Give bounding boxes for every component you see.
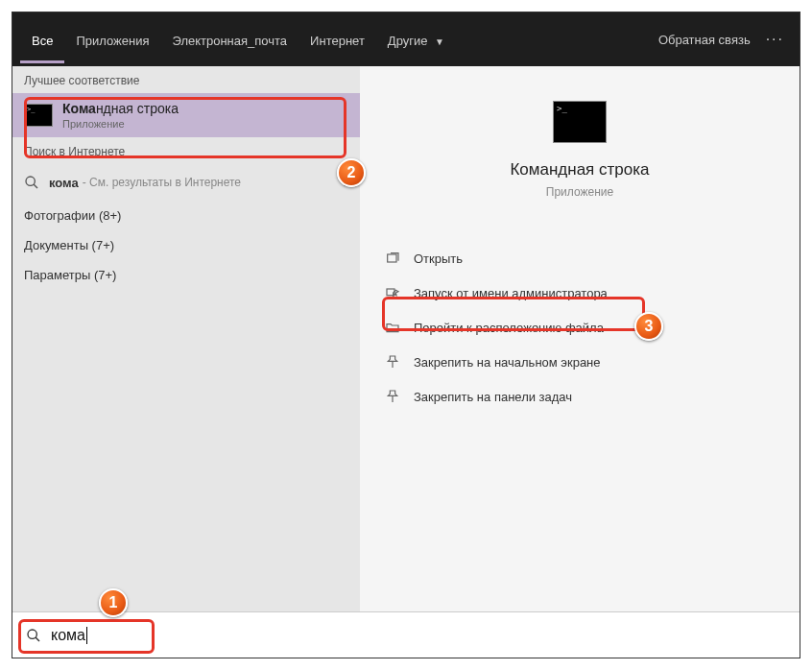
best-match-header: Лучшее соответствие — [12, 66, 360, 93]
svg-rect-2 — [388, 254, 396, 262]
search-bar[interactable]: кома — [12, 611, 800, 658]
web-search-item[interactable]: кома - См. результаты в Интернете › — [12, 164, 360, 201]
best-match-item[interactable]: Командная строка Приложение — [12, 93, 360, 137]
preview-app-icon — [553, 101, 607, 143]
action-label: Открыть — [414, 251, 463, 266]
web-search-header: Поиск в Интернете — [12, 137, 360, 164]
header-tabs: Все Приложения Электронная_почта Интерне… — [12, 12, 800, 66]
action-open[interactable]: Открыть — [371, 241, 788, 275]
tab-apps[interactable]: Приложения — [64, 16, 160, 63]
preview-subtitle: Приложение — [371, 185, 788, 199]
action-label: Закрепить на панели задач — [414, 390, 572, 404]
preview-title: Командная строка — [371, 160, 788, 179]
action-pin-start[interactable]: Закрепить на начальном экране — [371, 345, 788, 379]
search-window: Все Приложения Электронная_почта Интерне… — [12, 12, 800, 658]
pin-icon — [383, 354, 402, 370]
more-menu-button[interactable]: ··· — [758, 31, 792, 48]
results-pane: Лучшее соответствие Командная строка При… — [12, 66, 360, 613]
chevron-right-icon: › — [344, 174, 348, 191]
category-documents[interactable]: Документы (7+) — [12, 230, 360, 260]
tab-all[interactable]: Все — [20, 16, 64, 63]
search-icon — [26, 628, 41, 643]
web-query-hint: - См. результаты в Интернете — [83, 176, 241, 189]
search-icon — [24, 175, 39, 190]
best-match-title: Командная строка — [62, 101, 179, 116]
tab-other-label: Другие — [388, 34, 428, 48]
chevron-down-icon: ▼ — [435, 36, 444, 47]
action-list: Открыть Запуск от имени администратора П… — [371, 241, 788, 414]
action-label: Закрепить на начальном экране — [414, 355, 601, 370]
feedback-link[interactable]: Обратная связь — [651, 33, 758, 47]
open-icon — [383, 251, 402, 266]
action-open-location[interactable]: Перейти к расположению файла — [371, 310, 788, 345]
svg-line-1 — [34, 184, 37, 188]
category-settings[interactable]: Параметры (7+) — [12, 260, 360, 290]
tab-other[interactable]: Другие ▼ — [376, 16, 456, 63]
tab-internet[interactable]: Интернет — [299, 16, 376, 63]
search-input-value: кома — [51, 627, 85, 644]
pin-taskbar-icon — [383, 389, 402, 404]
action-label: Перейти к расположению файла — [414, 321, 604, 335]
folder-icon — [383, 320, 402, 335]
shield-icon — [383, 285, 402, 300]
text-cursor — [86, 627, 87, 644]
tab-email[interactable]: Электронная_почта — [160, 16, 299, 63]
best-match-subtitle: Приложение — [62, 118, 179, 130]
svg-line-5 — [36, 637, 39, 641]
action-run-as-admin[interactable]: Запуск от имени администратора — [371, 275, 788, 310]
action-pin-taskbar[interactable]: Закрепить на панели задач — [371, 379, 788, 414]
preview-pane: Командная строка Приложение Открыть Запу… — [360, 66, 800, 613]
action-label: Запуск от имени администратора — [414, 286, 608, 300]
svg-point-0 — [26, 177, 35, 185]
svg-point-4 — [28, 630, 36, 638]
cmd-icon — [24, 104, 53, 127]
category-photos[interactable]: Фотографии (8+) — [12, 201, 360, 230]
web-query-text: кома — [49, 176, 79, 190]
